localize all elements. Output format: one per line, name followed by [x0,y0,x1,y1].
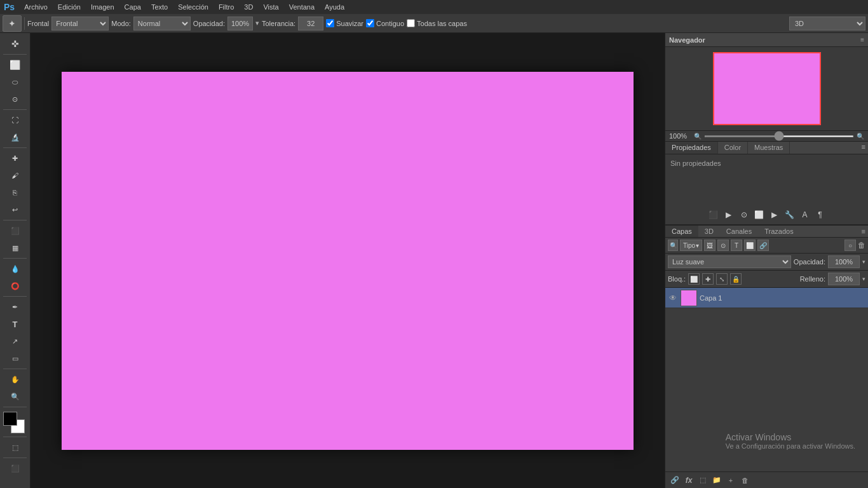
lock-pixels-icon[interactable]: ⬜ [688,273,700,285]
mode-select[interactable]: Normal [133,17,191,30]
zoom-slider[interactable] [704,135,854,137]
filter-icon-1[interactable]: 🖼 [704,240,715,251]
pen-tool[interactable]: ✒ [7,299,24,315]
delete-layer-icon[interactable]: 🗑 [739,475,750,486]
options-toolbar: ✦ Frontal Frontal Modo: Normal Opacidad:… [0,14,868,33]
type-tool[interactable]: T [7,316,24,332]
opacity-arrow-icon[interactable]: ▾ [862,259,865,265]
eraser-tool[interactable]: ⬛ [7,222,24,239]
canvas-area [31,33,665,488]
link-layers-icon[interactable]: 🔗 [669,475,681,486]
quick-mask-tool[interactable]: ⬚ [7,439,24,456]
menu-ayuda[interactable]: Ayuda [320,2,349,12]
navigator-menu-icon[interactable]: ≡ [860,36,864,43]
clone-stamp-tool[interactable]: ⎘ [7,184,24,201]
tolerance-input[interactable] [298,17,323,30]
history-brush-tool[interactable]: ↩ [7,201,24,218]
menu-archivo[interactable]: Archivo [20,2,52,12]
lock-all-icon[interactable]: 🔒 [730,273,742,285]
tool-select[interactable]: Frontal [51,17,109,30]
layers-menu-icon[interactable]: ≡ [859,226,868,236]
magic-wand-tool-icon[interactable]: ✦ [3,15,22,32]
tab-muestras[interactable]: Muestras [748,142,790,154]
zoom-out-icon[interactable]: 🔍 [694,133,702,140]
opacity-dropdown-icon[interactable]: ▾ [255,19,259,27]
lock-position-icon[interactable]: ✚ [702,273,714,285]
ps-logo: Ps [4,2,15,12]
prop-tool-6[interactable]: 🔧 [783,208,797,222]
prop-tool-2[interactable]: ▶ [722,208,736,222]
gradient-tool[interactable]: ▦ [7,240,24,256]
contiguous-checkbox[interactable]: Contiguo [366,19,404,27]
properties-tool-icons: ⬛ ▶ ⊙ ⬜ ▶ 🔧 A ¶ [665,205,868,225]
menu-capa[interactable]: Capa [120,2,146,12]
menu-imagen[interactable]: Imagen [86,2,119,12]
filter-type-icon[interactable]: 🔍 [668,240,678,251]
opacity-value-input[interactable] [828,255,860,268]
layers-delete-top-icon[interactable]: 🗑 [858,241,865,250]
fill-value-input[interactable] [828,273,860,285]
new-group-icon[interactable]: 📁 [711,475,722,486]
filter-icon-5[interactable]: 🔗 [757,240,769,251]
menu-bar: Ps Archivo Edición Imagen Capa Texto Sel… [0,0,868,14]
menu-3d[interactable]: 3D [240,2,257,12]
zoom-in-icon[interactable]: 🔍 [857,133,864,140]
tab-capas[interactable]: Capas [665,226,698,237]
prop-tool-7[interactable]: A [798,208,812,222]
prop-tool-3[interactable]: ⊙ [737,208,751,222]
properties-menu-icon[interactable]: ≡ [859,142,868,154]
new-fill-adjustment-icon[interactable]: ⬚ [697,475,709,486]
menu-seleccion[interactable]: Selección [173,2,213,12]
lock-artboard-icon[interactable]: ⤡ [716,273,728,285]
zoom-tool[interactable]: 🔍 [7,388,24,405]
marquee-tool[interactable]: ⬜ [7,57,24,73]
path-select-tool[interactable]: ↗ [7,333,24,349]
eyedropper-tool[interactable]: 🔬 [7,129,24,146]
blend-mode-select[interactable]: Luz suave [668,255,791,268]
brush-tool[interactable]: 🖌 [7,167,24,184]
tolerance-label: Tolerancia: [262,20,295,27]
filter-type-btn[interactable]: Tipo ▾ [680,240,702,251]
prop-tool-5[interactable]: ▶ [768,208,782,222]
tab-canales[interactable]: Canales [720,226,758,237]
all-layers-checkbox[interactable]: Todas las capas [407,19,467,27]
dodge-tool[interactable]: ⭕ [7,278,24,294]
color-swatch-area[interactable] [3,412,27,435]
opacity-input[interactable] [227,17,253,30]
prop-tool-4[interactable]: ⬜ [752,208,766,222]
fx-icon[interactable]: fx [683,475,695,486]
move-tool[interactable]: ✜ [7,36,24,52]
new-layer-icon[interactable]: + [725,475,736,486]
tab-propiedades[interactable]: Propiedades [665,142,718,154]
foreground-color-swatch[interactable] [3,412,17,426]
menu-edicion[interactable]: Edición [53,2,85,12]
tab-color[interactable]: Color [718,142,748,154]
smooth-checkbox[interactable]: Suavizar [326,19,363,27]
tab-trazados[interactable]: Trazados [758,226,799,237]
navigator-zoom-value: 100% [669,132,691,140]
tab-3d[interactable]: 3D [698,226,720,237]
filter-icon-2[interactable]: ⊙ [717,240,729,251]
screen-mode-tool[interactable]: ⬛ [7,460,24,477]
blur-tool[interactable]: 💧 [7,261,24,277]
layer-item[interactable]: 👁 Capa 1 [665,288,868,308]
quick-select-tool[interactable]: ⊙ [7,91,24,107]
layer-visibility-icon[interactable]: 👁 [668,294,678,302]
3d-select[interactable]: 3D [789,17,865,30]
fill-label: Relleno: [800,275,825,283]
crop-tool[interactable]: ⛶ [7,112,24,128]
menu-filtro[interactable]: Filtro [214,2,238,12]
filter-icon-4[interactable]: ⬜ [744,240,756,251]
filter-onoff[interactable]: ○ [844,240,856,251]
fill-arrow-icon[interactable]: ▾ [862,276,865,282]
menu-texto[interactable]: Texto [147,2,172,12]
menu-vista[interactable]: Vista [259,2,283,12]
shape-tool[interactable]: ▭ [7,350,24,367]
filter-icon-3[interactable]: T [731,240,742,251]
prop-tool-8[interactable]: ¶ [813,208,827,222]
healing-brush-tool[interactable]: ✚ [7,150,24,166]
lasso-tool[interactable]: ⬭ [7,74,24,90]
hand-tool[interactable]: ✋ [7,371,24,388]
menu-ventana[interactable]: Ventana [285,2,319,12]
prop-tool-1[interactable]: ⬛ [707,208,721,222]
